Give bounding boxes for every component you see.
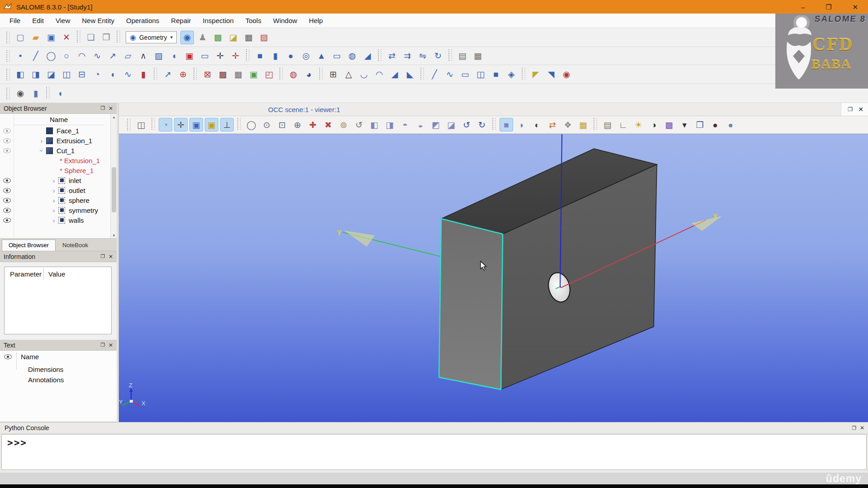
visibility-eye-icon[interactable] [3,218,11,223]
selection-list-icon[interactable]: ▦ [576,118,590,131]
limit-tolerance-icon[interactable]: ◍ [287,68,300,81]
expand-chevron-icon[interactable]: › [49,207,58,214]
geometry-module-icon[interactable]: ◉ [180,31,194,44]
save-document-icon[interactable]: ▣ [44,31,58,44]
toolbar-grip[interactable] [6,32,10,43]
arc-icon[interactable]: ◠ [75,49,89,63]
translation-icon[interactable]: ⇄ [385,49,399,63]
plane-icon[interactable]: ▭ [198,49,212,63]
partition-icon[interactable]: ⊠ [201,68,214,81]
interaction-style-icon[interactable]: ✛ [174,118,188,131]
point-icon[interactable]: • [14,49,27,63]
menu-window[interactable]: Window [267,14,303,28]
dump-view-icon[interactable]: ◫ [134,118,148,131]
glue-faces-icon[interactable]: ⊟ [75,68,89,81]
union-faces-icon[interactable]: ▦ [231,68,245,81]
tree-item-extrusion-1[interactable]: * Extrusion_1 [0,155,110,165]
menu-help[interactable]: Help [303,14,329,28]
expand-chevron-icon[interactable]: › [37,137,46,144]
wedge-icon[interactable]: ◢ [361,49,374,63]
tab-object-browser[interactable]: Object Browser [2,239,56,251]
close-panel-icon[interactable]: ✕ [108,342,113,348]
line-icon[interactable]: ╱ [29,49,42,63]
scroll-up-icon[interactable]: ▴ [111,114,117,120]
tree-item-outlet[interactable]: ›outlet [0,185,110,195]
fillet-2d-icon[interactable]: ◠ [373,68,386,81]
visibility-eye-icon[interactable] [3,188,11,193]
zoom-selection-icon[interactable]: ⊕ [291,118,304,131]
viewport-3d[interactable]: Y X Z Y X [119,134,868,422]
open-document-icon[interactable]: ▰ [29,31,42,44]
build-edge-icon[interactable]: ╱ [428,68,441,81]
clipping-icon[interactable]: ◗ [515,118,528,131]
suppress-faces-icon[interactable]: ◰ [262,68,276,81]
back-view-icon[interactable]: ◨ [383,118,396,131]
modify-location-icon[interactable]: ↻ [431,49,445,63]
explode-icon[interactable]: ⊞ [326,68,340,81]
minimize-icon[interactable]: – [801,4,805,10]
close-document-icon[interactable]: ✕ [60,31,73,44]
expand-chevron-icon[interactable]: › [49,177,58,184]
paravis-module-icon[interactable]: ▩ [211,31,225,44]
fuse-icon[interactable]: ◧ [14,68,27,81]
expand-chevron-icon[interactable]: › [38,146,45,155]
add-point-on-edge-icon[interactable]: ⊕ [176,68,190,81]
expand-chevron-icon[interactable]: › [49,187,58,194]
toolbar-grip[interactable] [6,50,10,62]
bottom-view-icon[interactable]: ◒ [414,118,427,131]
shape-processing-icon[interactable]: ◕ [302,68,316,81]
sync-views-icon[interactable]: ❖ [561,118,575,131]
common-icon[interactable]: ◨ [29,68,42,81]
disk-icon[interactable]: ◍ [345,49,359,63]
graduated-axes-icon[interactable]: ∟ [616,118,630,131]
zoom-icon[interactable]: ◯ [245,118,258,131]
views-layout-icon[interactable]: ❐ [693,118,707,131]
tree-item-extrusion-1[interactable]: ›Extrusion_1 [0,136,110,145]
restore-icon[interactable]: ❐ [826,4,831,10]
presets-dropdown-icon[interactable]: ▾ [678,118,691,131]
pipe-icon[interactable]: ◖ [106,68,119,81]
menu-tools[interactable]: Tools [240,14,267,28]
global-pan-icon[interactable]: ✖ [321,118,335,131]
menu-edit[interactable]: Edit [26,14,50,28]
expand-chevron-icon[interactable]: › [49,217,58,224]
tree-item-face-1[interactable]: Face_1 [0,126,110,136]
shaded-model-icon[interactable]: ● [724,118,737,131]
close-panel-icon[interactable]: ✕ [108,105,113,112]
menu-file[interactable]: File [4,14,26,28]
display-mode-icon[interactable]: ▮ [29,87,42,100]
dump-view-image-icon[interactable]: ▤ [456,49,469,63]
chamfer-icon[interactable]: ◢ [388,68,401,81]
sphere-icon[interactable]: ● [284,49,297,63]
toolbar-grip[interactable] [6,88,10,99]
close-panel-icon[interactable]: ✕ [860,422,864,434]
local-coordinate-system-icon[interactable]: ✛ [213,49,227,63]
change-rotation-point-icon[interactable]: ⊚ [337,118,350,131]
visibility-eye-icon[interactable] [3,148,11,153]
jobmanager-module-icon[interactable]: ▦ [242,31,255,44]
med-module-icon[interactable]: ▨ [257,31,271,44]
cut-icon[interactable]: ◪ [44,68,58,81]
tree-name-header[interactable]: Name [14,114,104,125]
tree-item-inlet[interactable]: ›inlet [0,175,110,185]
tree-item-walls[interactable]: ›walls [0,215,110,225]
tree-item-sphere[interactable]: ›sphere [0,195,110,205]
snapshot-icon[interactable]: ▦ [471,49,485,63]
3d-curve-icon[interactable]: ∿ [121,68,135,81]
record-video-icon[interactable]: ● [708,118,722,131]
import-picture-icon[interactable]: ▣ [183,49,196,63]
thickness-icon[interactable]: ◣ [403,68,417,81]
show-trihedron-icon[interactable]: ⊥ [220,118,234,131]
float-panel-icon[interactable]: ❐ [100,105,105,111]
reset-view-point-icon[interactable]: ⇄ [546,118,559,131]
translate-shape-icon[interactable]: ↗ [161,68,175,81]
build-solid-icon[interactable]: ■ [489,68,503,81]
viewer-restore-icon[interactable]: ❐ [848,103,853,116]
ellipse-icon[interactable]: ○ [60,49,73,63]
offset-surface-icon[interactable]: ◉ [560,68,573,81]
float-panel-icon[interactable]: ❐ [852,422,856,434]
module-selector[interactable]: ◉ Geometry ▾ [126,31,177,43]
visibility-eye-icon[interactable] [4,354,12,359]
left-view-icon[interactable]: ◩ [429,118,443,131]
cylinder-icon[interactable]: ▮ [269,49,282,63]
